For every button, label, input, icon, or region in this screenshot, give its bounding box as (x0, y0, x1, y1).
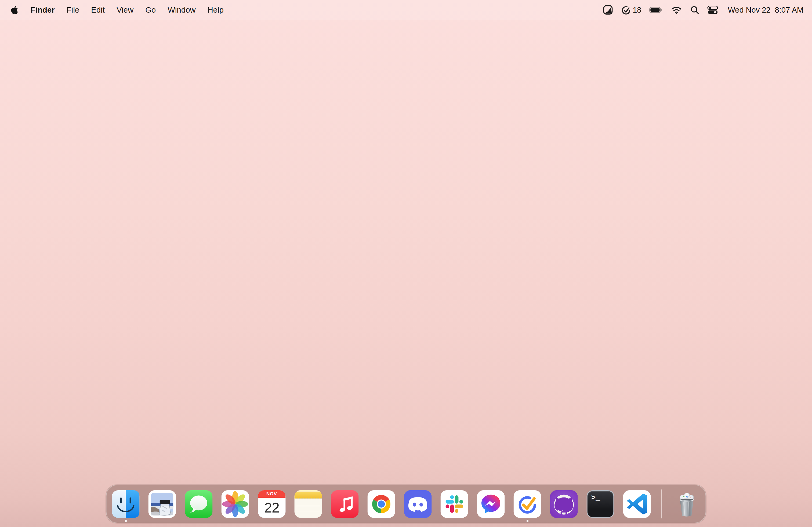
dock: NOV 22 (106, 485, 706, 523)
chrome-icon (367, 490, 395, 518)
slack-icon (441, 490, 468, 518)
dock-icon-notes[interactable] (294, 490, 322, 518)
battery-icon[interactable] (649, 7, 663, 13)
dock-separator (661, 490, 662, 518)
dock-icon-messenger[interactable] (477, 490, 505, 518)
menu-item-file[interactable]: File (67, 6, 79, 15)
desktop-wallpaper: Finder File Edit View Go Window Help 18 (0, 0, 812, 527)
spotlight-search-icon[interactable] (690, 5, 699, 15)
ticktick-menu-status[interactable]: 18 (621, 5, 641, 15)
menu-item-finder[interactable]: Finder (31, 6, 55, 15)
wifi-glyph (671, 6, 682, 14)
apple-logo-icon (11, 5, 18, 15)
finder-icon (112, 490, 140, 518)
messages-icon (185, 490, 213, 518)
photos-icon (221, 490, 249, 518)
toggles-glyph (707, 6, 718, 14)
dock-icon-ticktick[interactable] (514, 490, 541, 518)
battery-glyph (649, 7, 663, 13)
menu-item-go[interactable]: Go (145, 6, 156, 15)
music-icon (331, 490, 359, 518)
discord-icon (404, 490, 432, 518)
dock-icon-trash[interactable] (673, 490, 700, 518)
preview-icon (148, 490, 176, 518)
calendar-icon: NOV 22 (258, 490, 286, 518)
notes-icon (294, 490, 322, 518)
dock-icon-vscode[interactable] (623, 490, 651, 518)
dock-icon-photos[interactable] (221, 490, 249, 518)
menu-bar-status-area: 18 (603, 5, 803, 15)
dock-icon-messages[interactable] (185, 490, 213, 518)
cleanshot-icon[interactable] (603, 5, 613, 15)
terminal-icon: >_ (587, 490, 614, 518)
menu-item-view[interactable]: View (117, 6, 133, 15)
dock-icon-calendar[interactable]: NOV 22 (258, 490, 286, 518)
dock-icon-finder[interactable] (112, 490, 140, 518)
terminal-prompt-glyph: >_ (591, 494, 600, 502)
vscode-icon (623, 490, 651, 518)
ticktick-badge-count: 18 (633, 6, 641, 15)
peel-sticker-glyph (603, 5, 613, 15)
dock-icon-terminal[interactable]: >_ (587, 490, 614, 518)
dock-icon-chrome[interactable] (367, 490, 395, 518)
menu-bar-left: Finder File Edit View Go Window Help (11, 5, 224, 15)
menu-item-help[interactable]: Help (207, 6, 224, 15)
control-center-icon[interactable] (707, 6, 718, 14)
dock-icon-preview[interactable] (148, 490, 176, 518)
ticktick-check-icon (621, 5, 631, 15)
trash-full-icon (673, 490, 700, 518)
dock-icon-slack[interactable] (441, 490, 468, 518)
dock-icon-music[interactable] (331, 490, 359, 518)
github-icon (550, 490, 578, 518)
calendar-day-label: 22 (258, 498, 286, 518)
menu-bar-clock[interactable]: Wed Nov 22 8:07 AM (728, 6, 803, 15)
dock-icon-github[interactable] (550, 490, 578, 518)
menu-bar: Finder File Edit View Go Window Help 18 (0, 0, 812, 20)
dock-icon-discord[interactable] (404, 490, 432, 518)
menu-item-window[interactable]: Window (168, 6, 195, 15)
wifi-icon[interactable] (671, 6, 682, 14)
messenger-icon (477, 490, 505, 518)
menu-item-edit[interactable]: Edit (91, 6, 105, 15)
ticktick-icon (514, 490, 541, 518)
magnifier-glyph (690, 5, 699, 15)
apple-menu[interactable] (11, 5, 18, 15)
calendar-month-label: NOV (258, 490, 286, 498)
